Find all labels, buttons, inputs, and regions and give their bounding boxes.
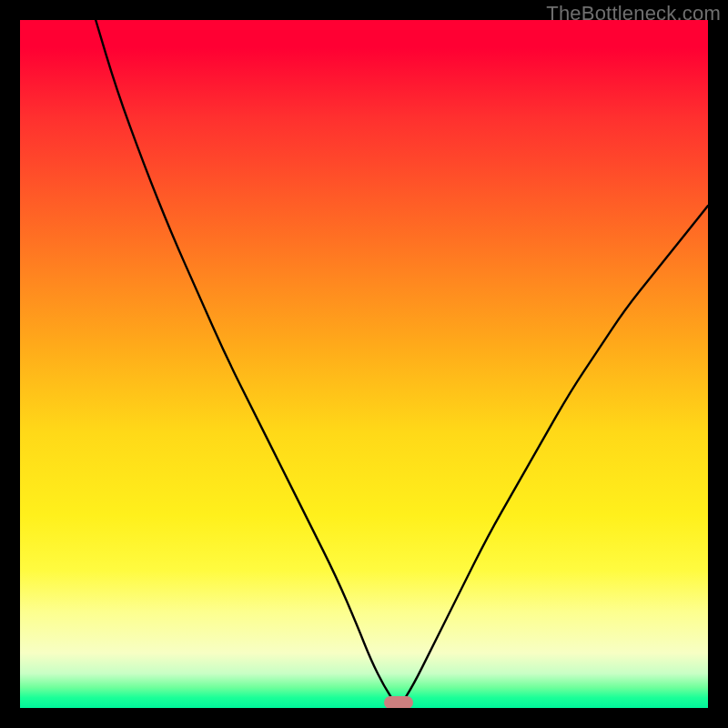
plot-area <box>20 20 708 708</box>
curve-layer <box>20 20 708 708</box>
minimum-marker <box>384 696 413 708</box>
bottleneck-curve <box>96 20 708 703</box>
chart-frame: TheBottleneck.com <box>0 0 728 728</box>
watermark-text: TheBottleneck.com <box>546 2 721 25</box>
